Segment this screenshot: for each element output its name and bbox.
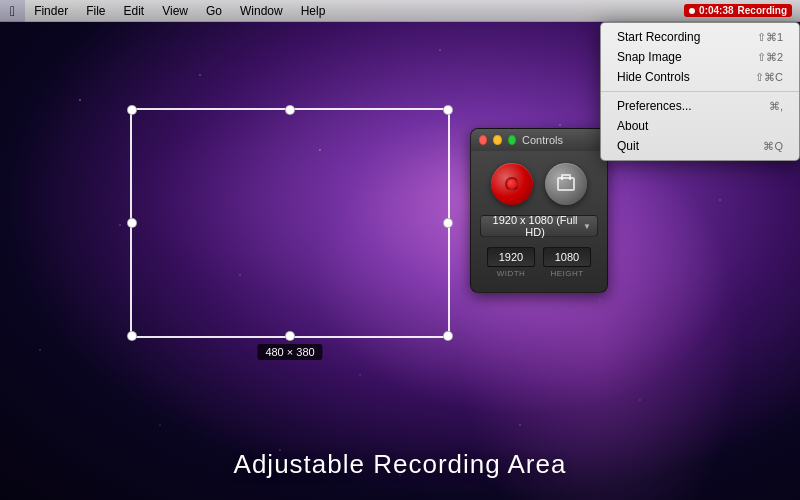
menu-about-label: About <box>617 119 648 133</box>
menu-about[interactable]: About <box>601 116 799 136</box>
handle-bottom-right[interactable] <box>443 331 453 341</box>
height-input[interactable]: 1080 <box>543 247 591 267</box>
record-button[interactable] <box>491 163 533 205</box>
dimensions-row: 1920 WIDTH 1080 HEIGHT <box>487 247 591 278</box>
width-input[interactable]: 1920 <box>487 247 535 267</box>
menu-help[interactable]: Help <box>292 0 335 22</box>
menu-hide-controls-shortcut: ⇧⌘C <box>755 71 783 84</box>
apple-menu[interactable]:  <box>0 0 25 22</box>
controls-panel: Controls 1920 x 1080 (Full HD) ▼ 1920 WI… <box>470 128 608 293</box>
dropdown-menu: Start Recording ⇧⌘1 Snap Image ⇧⌘2 Hide … <box>600 22 800 161</box>
record-icon <box>505 177 519 191</box>
camera-icon <box>557 177 575 191</box>
minimize-button[interactable] <box>493 135 501 145</box>
handle-bottom-middle[interactable] <box>285 331 295 341</box>
menubar-left:  Finder File Edit View Go Window Help <box>0 0 684 22</box>
close-button[interactable] <box>479 135 487 145</box>
menu-file[interactable]: File <box>77 0 114 22</box>
recording-time: 0:04:38 <box>699 5 733 16</box>
maximize-button[interactable] <box>508 135 516 145</box>
bottom-text: Adjustable Recording Area <box>0 449 800 480</box>
menubar:  Finder File Edit View Go Window Help 0… <box>0 0 800 22</box>
menu-quit-shortcut: ⌘Q <box>763 140 783 153</box>
menu-start-recording-shortcut: ⇧⌘1 <box>757 31 783 44</box>
menu-quit-label: Quit <box>617 139 639 153</box>
resolution-dropdown[interactable]: 1920 x 1080 (Full HD) ▼ <box>480 215 598 237</box>
menu-start-recording[interactable]: Start Recording ⇧⌘1 <box>601 27 799 47</box>
width-label: WIDTH <box>497 269 526 278</box>
handle-middle-left[interactable] <box>127 218 137 228</box>
height-box: 1080 HEIGHT <box>543 247 591 278</box>
menu-preferences-label: Preferences... <box>617 99 692 113</box>
menu-quit[interactable]: Quit ⌘Q <box>601 136 799 156</box>
handle-top-right[interactable] <box>443 105 453 115</box>
menu-preferences-shortcut: ⌘, <box>769 100 783 113</box>
controls-title: Controls <box>522 134 563 146</box>
resolution-value: 1920 x 1080 (Full HD) <box>487 214 583 238</box>
menu-edit[interactable]: Edit <box>114 0 153 22</box>
recording-dot-icon <box>689 8 695 14</box>
menu-snap-image-label: Snap Image <box>617 50 682 64</box>
menu-hide-controls[interactable]: Hide Controls ⇧⌘C <box>601 67 799 87</box>
recording-badge[interactable]: 0:04:38 Recording <box>684 4 792 17</box>
handle-middle-right[interactable] <box>443 218 453 228</box>
width-box: 1920 WIDTH <box>487 247 535 278</box>
menubar-right: 0:04:38 Recording <box>684 4 800 17</box>
menu-finder[interactable]: Finder <box>25 0 77 22</box>
dropdown-arrow-icon: ▼ <box>583 222 591 231</box>
handle-top-middle[interactable] <box>285 105 295 115</box>
handle-top-left[interactable] <box>127 105 137 115</box>
menu-view[interactable]: View <box>153 0 197 22</box>
record-buttons <box>491 163 587 205</box>
recording-area[interactable]: 480 × 380 <box>130 108 450 338</box>
size-label: 480 × 380 <box>257 344 322 360</box>
height-label: HEIGHT <box>550 269 583 278</box>
menu-preferences[interactable]: Preferences... ⌘, <box>601 96 799 116</box>
controls-body: 1920 x 1080 (Full HD) ▼ 1920 WIDTH 1080 … <box>471 151 607 278</box>
handle-bottom-left[interactable] <box>127 331 137 341</box>
menu-separator-1 <box>601 91 799 92</box>
menu-hide-controls-label: Hide Controls <box>617 70 690 84</box>
menu-snap-image-shortcut: ⇧⌘2 <box>757 51 783 64</box>
menu-snap-image[interactable]: Snap Image ⇧⌘2 <box>601 47 799 67</box>
menu-window[interactable]: Window <box>231 0 292 22</box>
menu-go[interactable]: Go <box>197 0 231 22</box>
menu-start-recording-label: Start Recording <box>617 30 700 44</box>
recording-label: Recording <box>738 5 787 16</box>
controls-titlebar: Controls <box>471 129 607 151</box>
snap-button[interactable] <box>545 163 587 205</box>
desktop:  Finder File Edit View Go Window Help 0… <box>0 0 800 500</box>
